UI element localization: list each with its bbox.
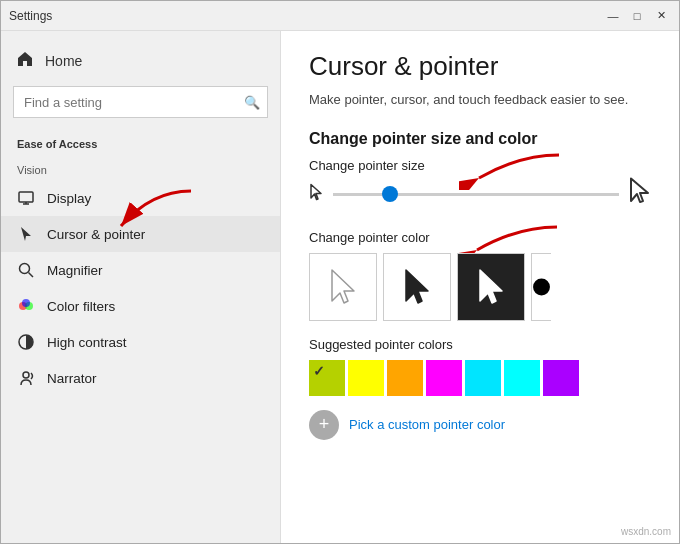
title-bar: Settings — □ ✕ [1, 1, 679, 31]
suggested-colors-label: Suggested pointer colors [309, 337, 651, 352]
sidebar-item-high-contrast[interactable]: High contrast [1, 324, 280, 360]
pointer-color-option-custom-partial[interactable] [531, 253, 551, 321]
page-subtitle: Make pointer, cursor, and touch feedback… [309, 90, 651, 110]
high-contrast-label: High contrast [47, 335, 127, 350]
magnifier-label: Magnifier [47, 263, 103, 278]
display-label: Display [47, 191, 91, 206]
custom-color-row: + Pick a custom pointer color [309, 410, 651, 440]
narrator-label: Narrator [47, 371, 97, 386]
swatch-yellow-green[interactable]: ✓ [309, 360, 345, 396]
watermark: wsxdn.com [621, 526, 671, 537]
home-label: Home [45, 53, 82, 69]
svg-point-10 [23, 372, 29, 378]
sidebar-item-narrator[interactable]: Narrator [1, 360, 280, 396]
sidebar-item-display[interactable]: Display [1, 180, 280, 216]
close-button[interactable]: ✕ [651, 6, 671, 26]
cursor-small-icon [309, 183, 323, 206]
minimize-button[interactable]: — [603, 6, 623, 26]
svg-point-8 [22, 299, 30, 307]
main-content: Cursor & pointer Make pointer, cursor, a… [281, 31, 679, 543]
search-input[interactable] [13, 86, 268, 118]
ease-of-access-title: Ease of Access [1, 126, 280, 156]
high-contrast-icon [17, 333, 35, 351]
sidebar-item-cursor[interactable]: Cursor & pointer [1, 216, 280, 252]
svg-point-13 [533, 278, 550, 295]
svg-point-4 [20, 264, 30, 274]
custom-color-add-button[interactable]: + [309, 410, 339, 440]
swatch-purple[interactable] [543, 360, 579, 396]
sidebar-item-color-filters[interactable]: Color filters [1, 288, 280, 324]
color-options-row [309, 253, 651, 321]
pointer-color-option-black[interactable] [383, 253, 451, 321]
pointer-color-option-inverted[interactable] [457, 253, 525, 321]
search-icon: 🔍 [244, 95, 260, 110]
search-field-container: 🔍 [13, 86, 268, 118]
settings-window: Settings — □ ✕ Home 🔍 Ease of Access Vis… [0, 0, 680, 544]
swatch-light-cyan[interactable] [504, 360, 540, 396]
pointer-size-slider-container [333, 183, 619, 205]
cursor-icon [17, 225, 35, 243]
home-icon [17, 51, 33, 70]
slider-track [333, 193, 619, 196]
cursor-large-icon [629, 177, 651, 212]
change-pointer-color-label: Change pointer color [309, 230, 651, 245]
pointer-color-option-white[interactable] [309, 253, 377, 321]
checkmark-icon: ✓ [313, 363, 325, 379]
narrator-icon [17, 369, 35, 387]
svg-rect-0 [19, 192, 33, 202]
display-icon [17, 189, 35, 207]
slider-thumb[interactable] [382, 186, 398, 202]
window-controls: — □ ✕ [603, 6, 671, 26]
swatch-yellow[interactable] [348, 360, 384, 396]
window-title: Settings [9, 9, 52, 23]
cursor-label: Cursor & pointer [47, 227, 145, 242]
pointer-size-slider-row [309, 177, 651, 212]
swatch-orange[interactable] [387, 360, 423, 396]
custom-color-label[interactable]: Pick a custom pointer color [349, 417, 505, 432]
home-nav-item[interactable]: Home [1, 43, 280, 78]
vision-section-header: Vision [1, 156, 280, 180]
swatch-cyan[interactable] [465, 360, 501, 396]
color-filters-icon [17, 297, 35, 315]
magnifier-icon [17, 261, 35, 279]
page-title: Cursor & pointer [309, 51, 651, 82]
swatch-magenta[interactable] [426, 360, 462, 396]
change-pointer-size-label: Change pointer size [309, 158, 651, 173]
color-filters-label: Color filters [47, 299, 115, 314]
sidebar-item-magnifier[interactable]: Magnifier [1, 252, 280, 288]
maximize-button[interactable]: □ [627, 6, 647, 26]
sidebar: Home 🔍 Ease of Access Vision Display [1, 31, 281, 543]
change-pointer-section-heading: Change pointer size and color [309, 130, 651, 148]
content-area: Home 🔍 Ease of Access Vision Display [1, 31, 679, 543]
color-swatches-row: ✓ [309, 360, 651, 396]
svg-line-5 [29, 273, 34, 278]
